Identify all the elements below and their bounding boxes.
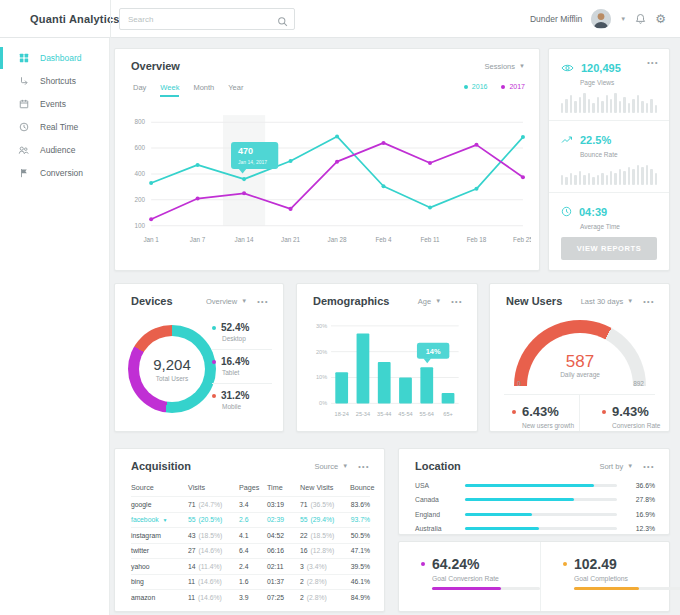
search-icon[interactable] <box>277 13 288 31</box>
overview-metric-dropdown[interactable]: Sessions▼ <box>485 62 525 71</box>
svg-text:Jan 14, 2017: Jan 14, 2017 <box>238 159 267 165</box>
average-time-label: Average Time <box>580 223 657 230</box>
devices-menu-kebab-icon[interactable]: ••• <box>257 298 269 305</box>
progress-track <box>432 587 540 590</box>
demographics-chart[interactable]: 30%20%10%0%18-2425-3435-4445-5455-6465+1… <box>307 317 467 424</box>
stats-menu-kebab-icon[interactable]: ••• <box>647 59 659 66</box>
progress-fill <box>432 587 501 590</box>
chevron-down-icon: ▼ <box>519 63 525 69</box>
svg-text:Jan 1: Jan 1 <box>143 236 159 243</box>
brand-logo[interactable]: Quanti Analytics <box>30 13 120 25</box>
topbar-divider <box>110 0 111 38</box>
chevron-down-icon: ▼ <box>241 298 247 304</box>
goal-conversion-rate: 64.24% Goal Conversion Rate <box>399 542 540 611</box>
svg-text:18-24: 18-24 <box>335 411 349 417</box>
overview-chart[interactable]: 800600400200100Jan 1Jan 7Jan 14Jan 21Jan… <box>125 105 531 264</box>
dashboard-icon <box>18 53 29 63</box>
sidebar-item-label: Dashboard <box>40 53 82 63</box>
avatar[interactable] <box>591 9 611 29</box>
table-row-instagram[interactable]: instagram 43(18.5%) 4.104:52 22(18.5%) 5… <box>131 527 370 543</box>
progress-fill <box>465 513 532 516</box>
bounce-rate-sparkline <box>561 164 657 185</box>
new-users-stats: 6.43% New users growth 9.43% Conversion … <box>490 395 669 431</box>
sidebar-item-audience[interactable]: Audience <box>0 139 109 161</box>
location-row-england[interactable]: England 16.9% <box>415 507 655 522</box>
svg-text:20%: 20% <box>316 349 327 355</box>
tab-month[interactable]: Month <box>193 83 214 97</box>
bounce-rate-label: Bounce Rate <box>580 151 657 158</box>
row-expand-caret-icon[interactable]: ▼ <box>163 517 168 523</box>
new-users-title: New Users <box>506 295 562 307</box>
location-menu-kebab-icon[interactable]: ••• <box>643 463 655 470</box>
goals-card: 64.24% Goal Conversion Rate 102.49 Goal … <box>398 541 670 612</box>
total-users-label: Total Users <box>156 375 189 382</box>
new-users-menu-kebab-icon[interactable]: ••• <box>643 298 655 305</box>
tab-day[interactable]: Day <box>133 83 146 97</box>
svg-text:35-44: 35-44 <box>377 411 391 417</box>
progress-track <box>465 498 617 501</box>
chevron-down-icon: ▼ <box>342 463 348 469</box>
sidebar-item-conversion[interactable]: Conversion <box>0 162 109 184</box>
table-row-facebook[interactable]: facebook▼ 55(20.5%) 2.602:39 55(29.4%) 9… <box>131 512 370 528</box>
legend-mobile[interactable]: 31.2% Mobile <box>212 384 272 417</box>
demographics-menu-kebab-icon[interactable]: ••• <box>451 298 463 305</box>
sidebar-item-label: Shortcuts <box>40 76 76 86</box>
legend-2017[interactable]: 2017 <box>501 83 525 90</box>
sidebar-item-real-time[interactable]: Real Time <box>0 116 109 138</box>
legend-tablet[interactable]: 16.4% Tablet <box>212 350 272 384</box>
table-row-yahoo[interactable]: yahoo 14(11.4%) 2.402:11 3(3.4%) 39.5% <box>131 558 370 574</box>
legend-2016[interactable]: 2016 <box>464 83 488 90</box>
search-input[interactable] <box>128 10 273 28</box>
demographics-title: Demographics <box>313 295 389 307</box>
devices-legend: 52.4% Desktop 16.4% Tablet 31.2% Mobile <box>212 316 272 417</box>
location-row-australia[interactable]: Australia 12.3% <box>415 522 655 537</box>
average-time-value: 04:39 <box>579 206 607 218</box>
location-sort-dropdown[interactable]: Sort by▼ <box>599 462 633 471</box>
acquisition-dropdown[interactable]: Source▼ <box>314 462 348 471</box>
table-row-amazon[interactable]: amazon 11(14.6%) 3.907:25 2(2.8%) 84.9% <box>131 589 370 605</box>
svg-text:Jan 28: Jan 28 <box>328 236 347 243</box>
location-row-usa[interactable]: USA 36.6% <box>415 478 655 493</box>
legend-desktop[interactable]: 52.4% Desktop <box>212 316 272 350</box>
location-title: Location <box>415 460 461 472</box>
progress-track <box>465 527 617 530</box>
devices-title: Devices <box>131 295 173 307</box>
sidebar-item-shortcuts[interactable]: Shortcuts <box>0 70 109 92</box>
location-card: Location Sort by▼ ••• USA 36.6% Canada 2… <box>398 448 670 535</box>
svg-text:Feb 11: Feb 11 <box>420 236 440 243</box>
sidebar: Dashboard Shortcuts Events Real Time Aud… <box>0 38 110 615</box>
legend-dot <box>464 85 468 89</box>
trend-icon <box>561 131 573 149</box>
table-row-google[interactable]: google 71(24.7%) 3.403:19 71(36.5%) 83.6… <box>131 496 370 512</box>
dashboard-root: Quanti Analytics Dunder Mifflin ▼ ⚙ Dash… <box>0 0 680 615</box>
devices-dropdown[interactable]: Overview▼ <box>206 297 247 306</box>
user-menu-caret-icon[interactable]: ▼ <box>620 16 626 22</box>
sidebar-item-dashboard[interactable]: Dashboard <box>0 47 109 69</box>
notifications-bell-icon[interactable] <box>635 13 646 25</box>
new-users-dropdown[interactable]: Last 30 days▼ <box>581 297 633 306</box>
sidebar-item-label: Real Time <box>40 122 78 132</box>
conversion-rate-stat: 9.43% Conversion Rate <box>579 395 669 431</box>
location-row-canada[interactable]: Canada 27.8% <box>415 493 655 508</box>
page-views-value: 120,495 <box>581 62 621 74</box>
sidebar-item-events[interactable]: Events <box>0 93 109 115</box>
calendar-icon <box>18 99 29 109</box>
acquisition-menu-kebab-icon[interactable]: ••• <box>358 463 370 470</box>
tab-week[interactable]: Week <box>160 83 179 97</box>
svg-text:10%: 10% <box>316 374 327 380</box>
demographics-dropdown[interactable]: Age▼ <box>418 297 441 306</box>
legend-dot <box>501 85 505 89</box>
table-row-twitter[interactable]: twitter 27(14.6%) 6.406:16 16(12.8%) 47.… <box>131 543 370 559</box>
svg-text:Feb 18: Feb 18 <box>467 236 487 243</box>
clock-icon <box>18 122 29 132</box>
table-header: SourceVisitsPagesTimeNew VisitsBounce <box>131 479 370 496</box>
tab-year[interactable]: Year <box>228 83 243 97</box>
svg-text:200: 200 <box>135 196 146 203</box>
overview-range-tabs: Day Week Month Year <box>133 83 243 97</box>
table-row-bing[interactable]: bing 11(14.6%) 1.601:37 2(2.8%) 46.1% <box>131 574 370 590</box>
new-users-growth-stat: 6.43% New users growth <box>490 395 579 431</box>
progress-fill <box>465 484 594 487</box>
view-reports-button[interactable]: VIEW REPORTS <box>561 237 657 260</box>
settings-gear-icon[interactable]: ⚙ <box>655 13 666 25</box>
svg-text:0%: 0% <box>319 400 327 406</box>
